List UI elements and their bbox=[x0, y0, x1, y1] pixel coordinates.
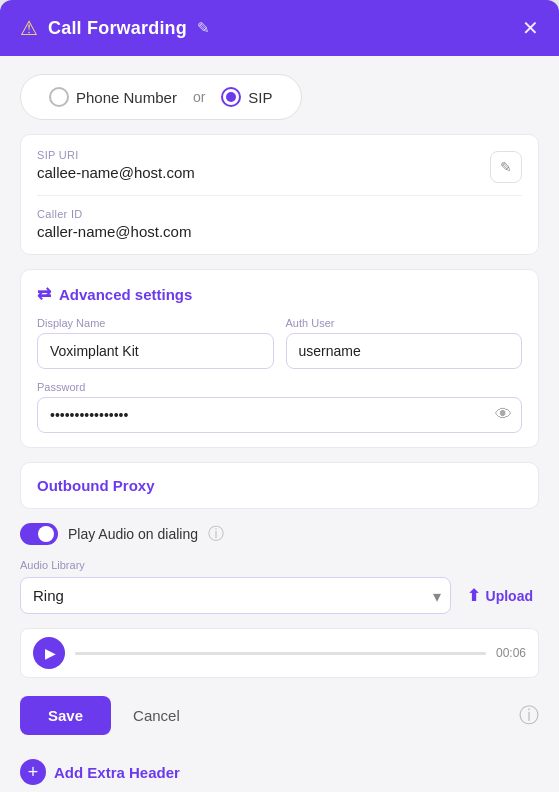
add-extra-header-label: Add Extra Header bbox=[54, 764, 180, 781]
audio-library-section: Audio Library Ring Tone Beep ▾ ⬆ Upload bbox=[20, 559, 539, 614]
title-edit-icon[interactable]: ✎ bbox=[197, 19, 210, 37]
auth-user-label: Auth User bbox=[286, 317, 523, 329]
play-audio-info-icon[interactable]: ⓘ bbox=[208, 524, 224, 545]
save-button[interactable]: Save bbox=[20, 696, 111, 735]
progress-bar[interactable] bbox=[75, 652, 486, 655]
password-label: Password bbox=[37, 381, 522, 393]
radio-phone-number[interactable]: Phone Number bbox=[39, 83, 187, 111]
add-icon: + bbox=[20, 759, 46, 785]
cancel-button[interactable]: Cancel bbox=[123, 699, 190, 732]
divider bbox=[37, 195, 522, 196]
caller-id-value: caller-name@host.com bbox=[37, 223, 522, 240]
modal-body: Phone Number or SIP SIP URI callee-name@… bbox=[0, 56, 559, 792]
advanced-settings-toggle[interactable]: ⇄ Advanced settings bbox=[37, 284, 522, 305]
header-left: ⚠ Call Forwarding ✎ bbox=[20, 16, 210, 40]
add-extra-header-row[interactable]: + Add Extra Header bbox=[20, 753, 539, 792]
sip-uri-row: SIP URI callee-name@host.com ✎ bbox=[37, 149, 522, 183]
upload-label: Upload bbox=[486, 588, 533, 604]
display-name-wrapper: Display Name bbox=[37, 317, 274, 369]
audio-select-wrapper: Ring Tone Beep ▾ bbox=[20, 577, 451, 614]
outbound-proxy-label: Outbound Proxy bbox=[37, 477, 155, 494]
warning-icon: ⚠ bbox=[20, 16, 38, 40]
play-button[interactable]: ▶ bbox=[33, 637, 65, 669]
audio-library-label: Audio Library bbox=[20, 559, 539, 571]
audio-player: ▶ 00:06 bbox=[20, 628, 539, 678]
sip-uri-value: callee-name@host.com bbox=[37, 164, 490, 181]
display-name-label: Display Name bbox=[37, 317, 274, 329]
radio-group: Phone Number or SIP bbox=[20, 74, 302, 120]
eye-icon[interactable]: 👁 bbox=[495, 405, 512, 425]
radio-phone-label: Phone Number bbox=[76, 89, 177, 106]
modal-header: ⚠ Call Forwarding ✎ ✕ bbox=[0, 0, 559, 56]
radio-sip[interactable]: SIP bbox=[211, 83, 282, 111]
sip-uri-group: SIP URI callee-name@host.com bbox=[37, 149, 490, 181]
upload-icon: ⬆ bbox=[467, 586, 480, 605]
audio-time: 00:06 bbox=[496, 646, 526, 660]
play-audio-toggle[interactable] bbox=[20, 523, 58, 545]
sip-uri-label: SIP URI bbox=[37, 149, 490, 161]
display-name-input[interactable] bbox=[37, 333, 274, 369]
advanced-section: ⇄ Advanced settings Display Name Auth Us… bbox=[20, 269, 539, 448]
sliders-icon: ⇄ bbox=[37, 284, 51, 305]
radio-circle-phone bbox=[49, 87, 69, 107]
upload-button[interactable]: ⬆ Upload bbox=[461, 582, 539, 609]
outbound-proxy-card[interactable]: Outbound Proxy bbox=[20, 462, 539, 509]
pencil-icon: ✎ bbox=[500, 159, 512, 175]
audio-library-select[interactable]: Ring Tone Beep bbox=[20, 577, 451, 614]
sip-caller-card: SIP URI callee-name@host.com ✎ Caller ID… bbox=[20, 134, 539, 255]
play-audio-label: Play Audio on dialing bbox=[68, 526, 198, 542]
radio-sip-label: SIP bbox=[248, 89, 272, 106]
password-input[interactable] bbox=[37, 397, 522, 433]
modal-container: ⚠ Call Forwarding ✎ ✕ Phone Number or SI… bbox=[0, 0, 559, 792]
radio-or: or bbox=[187, 89, 211, 105]
action-info-icon[interactable]: ⓘ bbox=[519, 702, 539, 729]
auth-user-input[interactable] bbox=[286, 333, 523, 369]
action-row: Save Cancel ⓘ bbox=[20, 692, 539, 739]
play-icon: ▶ bbox=[45, 645, 56, 661]
audio-lib-row: Ring Tone Beep ▾ ⬆ Upload bbox=[20, 577, 539, 614]
modal-title: Call Forwarding bbox=[48, 18, 187, 39]
sip-uri-edit-button[interactable]: ✎ bbox=[490, 151, 522, 183]
password-wrapper-outer: Password 👁 bbox=[37, 381, 522, 433]
caller-id-group: Caller ID caller-name@host.com bbox=[37, 208, 522, 240]
password-input-wrapper: 👁 bbox=[37, 397, 522, 433]
caller-id-label: Caller ID bbox=[37, 208, 522, 220]
radio-circle-sip bbox=[221, 87, 241, 107]
advanced-fields-row1: Display Name Auth User bbox=[37, 317, 522, 369]
auth-user-wrapper: Auth User bbox=[286, 317, 523, 369]
play-audio-row: Play Audio on dialing ⓘ bbox=[20, 523, 539, 545]
close-button[interactable]: ✕ bbox=[522, 18, 539, 38]
advanced-settings-label: Advanced settings bbox=[59, 286, 192, 303]
